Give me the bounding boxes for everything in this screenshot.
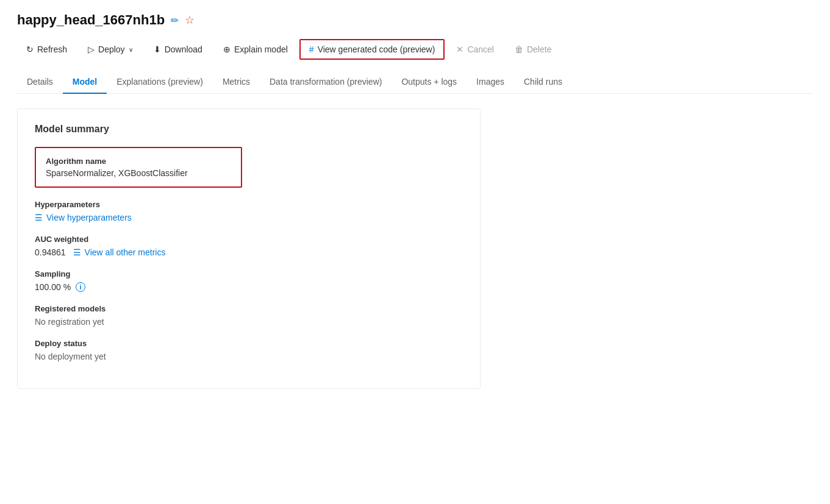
registered-models-label: Registered models: [35, 304, 463, 313]
star-icon[interactable]: ☆: [185, 13, 195, 27]
download-icon: ⬇: [154, 44, 161, 54]
tab-model[interactable]: Model: [63, 71, 107, 94]
view-generated-code-button[interactable]: # View generated code (preview): [299, 39, 445, 60]
metrics-list-icon: ☰: [73, 247, 81, 257]
refresh-icon: ↻: [26, 44, 34, 54]
auc-metric-row: 0.94861 ☰ View all other metrics: [35, 247, 463, 257]
deploy-chevron-icon: ∨: [129, 46, 133, 53]
page-container: happy_head_1667nh1b ✏ ☆ ↻ Refresh ▷ Depl…: [0, 0, 830, 504]
delete-label: Delete: [527, 44, 551, 54]
delete-icon: 🗑: [515, 44, 523, 54]
model-summary-title: Model summary: [35, 124, 463, 135]
auc-value: 0.94861: [35, 247, 66, 257]
deploy-status-section: Deploy status No deployment yet: [35, 339, 463, 361]
deploy-status-value: No deployment yet: [35, 352, 463, 361]
auc-label: AUC weighted: [35, 235, 463, 244]
delete-button[interactable]: 🗑 Delete: [506, 40, 560, 59]
download-label: Download: [165, 44, 202, 54]
view-all-metrics-link[interactable]: ☰ View all other metrics: [73, 247, 166, 257]
tab-child-runs[interactable]: Child runs: [514, 71, 572, 94]
algorithm-section: Algorithm name SparseNormalizer, XGBoost…: [35, 147, 242, 188]
tab-explanations[interactable]: Explanations (preview): [107, 71, 213, 94]
hyperparameters-label: Hyperparameters: [35, 200, 463, 209]
sampling-label: Sampling: [35, 269, 463, 279]
hyperparameters-link-text: View hyperparameters: [46, 213, 132, 222]
cancel-label: Cancel: [467, 44, 494, 54]
hash-icon: #: [309, 44, 314, 54]
model-summary-card: Model summary Algorithm name SparseNorma…: [17, 108, 481, 389]
sampling-row: 100.00 % i: [35, 282, 463, 292]
auc-section: AUC weighted 0.94861 ☰ View all other me…: [35, 235, 463, 257]
sampling-value: 100.00 %: [35, 282, 71, 292]
refresh-button[interactable]: ↻ Refresh: [17, 40, 76, 59]
tab-metrics[interactable]: Metrics: [213, 71, 260, 94]
page-header: happy_head_1667nh1b ✏ ☆: [17, 12, 813, 28]
info-icon[interactable]: i: [76, 282, 85, 292]
deploy-icon: ▷: [88, 44, 95, 54]
view-all-metrics-text: View all other metrics: [85, 247, 166, 257]
edit-icon[interactable]: ✏: [171, 15, 179, 26]
tab-outputs-logs[interactable]: Outputs + logs: [392, 71, 467, 94]
deploy-button[interactable]: ▷ Deploy ∨: [79, 40, 142, 59]
explain-label: Explain model: [234, 44, 288, 54]
registered-models-value: No registration yet: [35, 317, 463, 327]
tabs-container: Details Model Explanations (preview) Met…: [17, 71, 813, 94]
toolbar: ↻ Refresh ▷ Deploy ∨ ⬇ Download ⊕ Explai…: [17, 39, 813, 60]
tab-details[interactable]: Details: [17, 71, 63, 94]
view-hyperparameters-link[interactable]: ☰ View hyperparameters: [35, 213, 463, 222]
deploy-status-label: Deploy status: [35, 339, 463, 348]
registered-models-section: Registered models No registration yet: [35, 304, 463, 327]
explain-model-button[interactable]: ⊕ Explain model: [214, 40, 297, 59]
deploy-label: Deploy: [98, 44, 125, 54]
list-icon: ☰: [35, 213, 43, 222]
cancel-icon: ✕: [456, 44, 463, 54]
tab-images[interactable]: Images: [467, 71, 514, 94]
page-title: happy_head_1667nh1b: [17, 12, 165, 28]
algorithm-label: Algorithm name: [46, 157, 231, 166]
algorithm-value: SparseNormalizer, XGBoostClassifier: [46, 168, 231, 178]
download-button[interactable]: ⬇ Download: [145, 40, 212, 59]
hyperparameters-section: Hyperparameters ☰ View hyperparameters: [35, 200, 463, 222]
tab-data-transformation[interactable]: Data transformation (preview): [260, 71, 392, 94]
explain-icon: ⊕: [223, 44, 231, 54]
view-code-label: View generated code (preview): [318, 44, 435, 54]
sampling-section: Sampling 100.00 % i: [35, 269, 463, 292]
cancel-button[interactable]: ✕ Cancel: [447, 40, 503, 59]
refresh-label: Refresh: [37, 44, 67, 54]
